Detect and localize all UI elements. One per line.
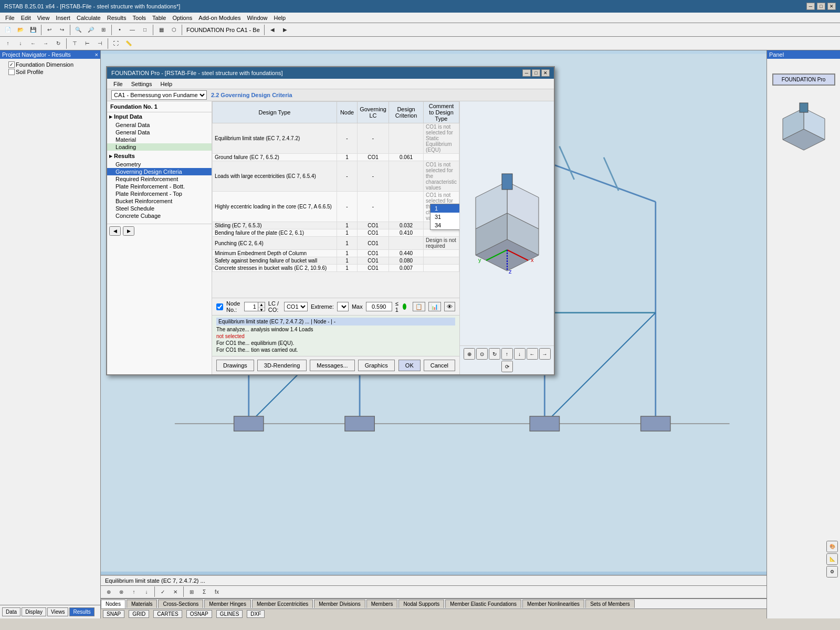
ss-btn8[interactable]: Σ <box>198 586 210 597</box>
tree-plate-reinf-bott[interactable]: Plate Reinforcement - Bott. <box>107 183 212 190</box>
tb-new[interactable]: 📄 <box>2 24 14 36</box>
tab-views[interactable]: Views <box>47 607 69 616</box>
ca1-select[interactable]: CA1 - Bemessung von Fundame <box>111 90 207 100</box>
menu-results[interactable]: Results <box>104 14 130 22</box>
ss-btn7[interactable]: ⊞ <box>186 586 197 597</box>
ctrl-btn2[interactable]: 📊 <box>428 302 441 311</box>
tree-steel-schedule[interactable]: Steel Schedule <box>107 205 212 212</box>
max-input[interactable] <box>366 302 392 311</box>
tree-plate-reinf-top[interactable]: Plate Reinforcement - Top <box>107 190 212 197</box>
render-btn8[interactable]: ⟳ <box>501 361 513 372</box>
render-btn5[interactable]: ↓ <box>514 348 526 360</box>
dialog-close[interactable]: ✕ <box>541 69 550 77</box>
dropdown-item-1[interactable]: 1 <box>430 204 459 213</box>
tab-member-divisions[interactable]: Member Divisions <box>314 600 365 608</box>
table-row[interactable]: Sliding (EC 7, 6.5.3) 1 CO1 0.032 <box>213 222 459 229</box>
node-checkbox[interactable] <box>216 303 223 310</box>
table-row[interactable]: Highly eccentric loading in the core (EC… <box>213 192 459 222</box>
tb-surface[interactable]: □ <box>139 24 151 36</box>
table-row[interactable]: Ground failure (EC 7, 6.5.2) 1 CO1 0.061 <box>213 154 459 161</box>
tree-required-reinf[interactable]: Required Reinforcement <box>107 175 212 183</box>
table-row[interactable]: Bending failure of the plate (EC 2, 6.1)… <box>213 229 459 237</box>
tb2-2[interactable]: ↓ <box>15 38 26 49</box>
minimize-btn[interactable]: ─ <box>806 3 815 10</box>
menu-tools[interactable]: Tools <box>129 14 149 22</box>
table-row[interactable]: Equilibrium limit state (EC 7, 2.4.7.2) … <box>213 123 459 154</box>
menu-calculate[interactable]: Calculate <box>74 14 104 22</box>
btn-3d-rendering[interactable]: 3D-Rendering <box>257 360 307 371</box>
tree-material[interactable]: Material <box>107 136 212 143</box>
rp-btn2[interactable]: 📐 <box>826 553 838 565</box>
menu-view[interactable]: View <box>34 14 53 22</box>
tb-fit[interactable]: ⊞ <box>98 24 109 36</box>
menu-addons[interactable]: Add-on Modules <box>195 14 244 22</box>
ss-btn6[interactable]: ✕ <box>170 586 181 597</box>
snap-btn[interactable]: SNAP <box>103 610 124 618</box>
tab-data[interactable]: Data <box>2 607 20 616</box>
dialog-menu-settings[interactable]: Settings <box>127 80 156 88</box>
render-btn3[interactable]: ↻ <box>489 348 500 360</box>
table-row[interactable]: Loads with large eccentricities (EC 7, 6… <box>213 161 459 192</box>
render-btn1[interactable]: ⊕ <box>464 348 475 360</box>
check-soil-profile[interactable] <box>8 69 15 75</box>
tree-soil-profile[interactable]: Soil Profile <box>2 68 98 76</box>
render-btn4[interactable]: ↑ <box>501 348 513 360</box>
ss-btn1[interactable]: ⊕ <box>103 586 114 597</box>
tb-zoom-out[interactable]: 🔎 <box>85 24 97 36</box>
rp-btn1[interactable]: 🎨 <box>826 541 838 552</box>
ss-btn3[interactable]: ↑ <box>128 586 140 597</box>
tb2-rotate[interactable]: ↻ <box>52 38 64 49</box>
tb2-1[interactable]: ↑ <box>2 38 14 49</box>
ss-btn4[interactable]: ↓ <box>141 586 152 597</box>
dialog-maximize[interactable]: □ <box>532 69 540 77</box>
tab-results[interactable]: Results <box>69 607 94 616</box>
dxf-btn[interactable]: DXF <box>247 610 265 618</box>
render-btn7[interactable]: → <box>539 348 551 360</box>
tree-loading[interactable]: Loading <box>107 143 212 151</box>
btn-graphics[interactable]: Graphics <box>358 360 395 371</box>
tb2-front[interactable]: ⊢ <box>81 38 93 49</box>
menu-window[interactable]: Window <box>244 14 270 22</box>
tree-results-geometry[interactable]: Geometry <box>107 161 212 168</box>
ctrl-btn3[interactable]: 👁 <box>444 302 455 311</box>
extreme-select[interactable] <box>337 302 349 311</box>
tb-open[interactable]: 📂 <box>15 24 26 36</box>
tb2-measure[interactable]: 📏 <box>123 38 134 49</box>
grid-btn[interactable]: GRID <box>129 610 149 618</box>
menu-options[interactable]: Options <box>169 14 195 22</box>
tab-nodes[interactable]: Nodes <box>101 600 125 608</box>
tb-undo[interactable]: ↩ <box>44 24 55 36</box>
table-row[interactable]: Punching (EC 2, 6.4) 1 CO1 Design is not… <box>213 237 459 250</box>
tab-member-elastic[interactable]: Member Elastic Foundations <box>445 600 521 608</box>
btn-ok[interactable]: OK <box>398 360 421 371</box>
tab-sets-of-members[interactable]: Sets of Members <box>585 600 635 608</box>
tb2-4[interactable]: → <box>40 38 51 49</box>
dialog-minimize[interactable]: ─ <box>522 69 531 77</box>
tb-next[interactable]: ▶ <box>279 24 291 36</box>
results-section[interactable]: ▸ Results <box>107 152 212 161</box>
menu-edit[interactable]: Edit <box>18 14 34 22</box>
glines-btn[interactable]: GLINES <box>216 610 243 618</box>
foundation-pro-btn[interactable]: FOUNDATION Pro <box>772 74 835 86</box>
tab-member-nonlinearities[interactable]: Member Nonlinearities <box>522 600 584 608</box>
tb-redo[interactable]: ↪ <box>56 24 68 36</box>
dropdown-item-34[interactable]: 34 <box>430 221 459 229</box>
ss-btn9[interactable]: fx <box>211 586 223 597</box>
tab-member-hinges[interactable]: Member Hinges <box>204 600 251 608</box>
ctrl-btn1[interactable]: 📋 <box>413 302 425 311</box>
cartes-btn[interactable]: CARTES <box>153 610 182 618</box>
tb2-3[interactable]: ← <box>27 38 39 49</box>
ss-btn5[interactable]: ✓ <box>157 586 169 597</box>
menu-help[interactable]: Help <box>271 14 289 22</box>
tb2-side[interactable]: ⊣ <box>94 38 106 49</box>
tb2-select[interactable]: ⛶ <box>110 38 122 49</box>
tb-node[interactable]: • <box>114 24 125 36</box>
tb-zoom-in[interactable]: 🔍 <box>72 24 84 36</box>
btn-drawings[interactable]: Drawings <box>216 360 254 371</box>
input-data-section[interactable]: ▸ Input Data <box>107 112 212 121</box>
check-foundation-dim[interactable]: ✓ <box>8 61 15 68</box>
left-panel-close[interactable]: × <box>95 51 98 58</box>
tab-display[interactable]: Display <box>22 607 46 616</box>
tb-prev[interactable]: ◀ <box>267 24 278 36</box>
tab-materials[interactable]: Materials <box>127 600 158 608</box>
